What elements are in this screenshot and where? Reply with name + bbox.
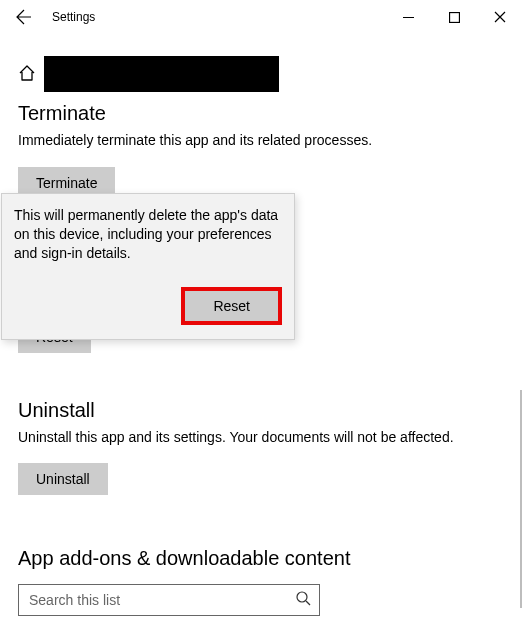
close-button[interactable] [477, 0, 523, 34]
terminate-title: Terminate [18, 102, 505, 125]
reset-confirm-text: This will permanently delete the app's d… [14, 206, 282, 263]
addons-search-input[interactable] [27, 591, 296, 609]
reset-confirm-flyout: This will permanently delete the app's d… [1, 193, 295, 340]
svg-point-1 [297, 592, 307, 602]
uninstall-title: Uninstall [18, 399, 505, 422]
back-button[interactable] [6, 0, 42, 34]
svg-rect-0 [449, 12, 459, 22]
vertical-scrollbar[interactable] [520, 390, 522, 608]
search-icon[interactable] [296, 591, 311, 610]
minimize-button[interactable] [385, 0, 431, 34]
minimize-icon [403, 12, 414, 23]
home-icon[interactable] [18, 64, 36, 85]
window-title: Settings [52, 10, 385, 24]
terminate-desc: Immediately terminate this app and its r… [18, 131, 505, 151]
app-name-redacted [44, 56, 279, 92]
reset-confirm-button[interactable]: Reset [181, 287, 282, 325]
breadcrumb [18, 56, 505, 92]
window-controls [385, 0, 523, 34]
uninstall-button[interactable]: Uninstall [18, 463, 108, 495]
close-icon [494, 11, 506, 23]
uninstall-desc: Uninstall this app and its settings. You… [18, 428, 505, 448]
addons-title: App add-ons & downloadable content [18, 547, 505, 570]
titlebar: Settings [0, 0, 523, 34]
maximize-icon [449, 12, 460, 23]
addons-search-box[interactable] [18, 584, 320, 616]
maximize-button[interactable] [431, 0, 477, 34]
back-arrow-icon [16, 9, 32, 25]
